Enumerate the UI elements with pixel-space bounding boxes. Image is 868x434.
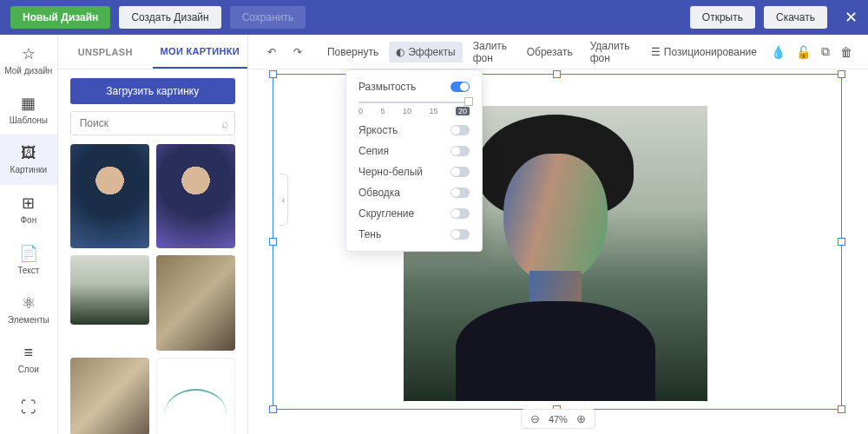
nav-images[interactable]: 🖼Картинки <box>0 135 57 185</box>
save-button: Сохранить <box>230 6 306 29</box>
image-thumb[interactable] <box>70 255 149 325</box>
resize-handle-bl[interactable] <box>269 405 277 413</box>
effect-blur-label: Размытость <box>358 81 416 93</box>
panel-collapse-handle[interactable]: ‹ <box>279 174 288 226</box>
zoom-out-icon[interactable]: ⊖ <box>530 412 540 425</box>
blur-slider[interactable] <box>358 102 470 103</box>
effect-blur-toggle[interactable] <box>450 82 470 92</box>
effect-bw-toggle[interactable] <box>450 167 470 177</box>
nav-text[interactable]: 📄Текст <box>0 234 57 285</box>
positioning-label: Позиционирование <box>664 46 757 58</box>
rotate-button[interactable]: Повернуть <box>320 42 385 62</box>
elements-icon: ⚛ <box>22 293 36 312</box>
search-icon[interactable]: ⌕ <box>221 116 228 130</box>
tab-my-images[interactable]: МОИ КАРТИНКИ <box>153 35 247 69</box>
image-content <box>456 301 655 401</box>
copy-icon[interactable]: ⧉ <box>818 41 833 62</box>
image-thumb[interactable] <box>70 144 149 248</box>
image-thumb[interactable] <box>70 358 149 434</box>
image-content <box>503 154 608 284</box>
effect-brightness-label: Яркость <box>358 124 398 136</box>
resize-handle-tr[interactable] <box>838 70 845 78</box>
nav-my-design[interactable]: ☆Мой дизайн <box>0 35 57 85</box>
resize-handle-br[interactable] <box>838 405 845 413</box>
nav-fullscreen[interactable]: ⛶ <box>0 385 57 435</box>
effect-bw-label: Черно-белый <box>358 166 423 178</box>
effect-sepia-toggle[interactable] <box>450 146 470 156</box>
nav-label: Элементы <box>8 315 49 325</box>
close-icon[interactable]: ✕ <box>845 8 858 27</box>
delete-icon[interactable]: 🗑 <box>837 42 856 62</box>
image-thumb[interactable] <box>156 144 235 248</box>
undo-button[interactable]: ↶ <box>260 42 283 62</box>
create-design-button[interactable]: Создать Дизайн <box>119 6 220 29</box>
tab-unsplash[interactable]: UNSPLASH <box>58 35 153 69</box>
image-icon: 🖼 <box>21 144 36 162</box>
grid-icon: ⊞ <box>22 194 35 213</box>
nav-label: Слои <box>18 365 39 374</box>
positioning-button[interactable]: ☰ Позиционирование <box>644 42 764 62</box>
top-bar: Новый Дизайн Создать Дизайн Сохранить От… <box>0 0 868 35</box>
effects-panel: Размытость 0 5 10 15 20 Яркость Сепия Че… <box>345 69 483 252</box>
effect-stroke-toggle[interactable] <box>450 187 470 198</box>
upload-image-button[interactable]: Загрузить картинку <box>70 78 235 104</box>
image-grid <box>58 144 247 434</box>
layers-icon: ≡ <box>24 344 34 362</box>
nav-layers[interactable]: ≡Слои <box>0 334 57 385</box>
effect-rounding-toggle[interactable] <box>450 208 470 219</box>
nav-label: Фон <box>20 215 36 225</box>
zoom-value: 47% <box>549 414 568 424</box>
zoom-in-icon[interactable]: ⊕ <box>576 412 586 425</box>
nav-label: Текст <box>17 266 39 275</box>
flood-bg-button[interactable]: Залить фон <box>466 36 516 69</box>
search-input[interactable] <box>70 111 235 135</box>
nav-background[interactable]: ⊞Фон <box>0 185 57 235</box>
open-button[interactable]: Открыть <box>690 6 755 29</box>
nav-elements[interactable]: ⚛Элементы <box>0 285 57 335</box>
resize-handle-tm[interactable] <box>553 70 561 78</box>
canvas-viewport[interactable]: ⊖ 47% ⊕ <box>248 69 868 434</box>
effect-sepia-label: Сепия <box>358 145 389 157</box>
tick: 5 <box>380 107 385 115</box>
image-tabs: UNSPLASH МОИ КАРТИНКИ <box>58 35 247 69</box>
text-icon: 📄 <box>19 244 38 263</box>
fullscreen-icon: ⛶ <box>21 398 36 417</box>
tick: 15 <box>429 107 437 115</box>
star-icon: ☆ <box>22 44 36 63</box>
lock-icon[interactable]: 🔓 <box>792 42 814 62</box>
download-button[interactable]: Скачать <box>764 6 827 29</box>
slider-ticks: 0 5 10 15 20 <box>358 107 470 115</box>
resize-handle-mr[interactable] <box>838 238 845 246</box>
redo-button[interactable]: ↷ <box>286 42 309 62</box>
tick: 10 <box>403 107 411 115</box>
effect-shadow-label: Тень <box>358 228 381 240</box>
canvas-area: ↶ ↷ Повернуть ◐Эффекты Залить фон Обреза… <box>248 35 868 434</box>
image-thumb[interactable] <box>156 358 235 434</box>
drop-icon[interactable]: 💧 <box>767 42 789 62</box>
effect-shadow-toggle[interactable] <box>450 229 470 240</box>
nav-label: Картинки <box>10 165 47 174</box>
positioning-icon: ☰ <box>651 46 661 58</box>
tick-active: 20 <box>456 107 470 115</box>
zoom-control: ⊖ 47% ⊕ <box>521 409 595 429</box>
remove-bg-button[interactable]: Удалить фон <box>583 36 637 69</box>
tick: 0 <box>358 107 363 115</box>
side-panel: UNSPLASH МОИ КАРТИНКИ Загрузить картинку… <box>58 35 248 434</box>
image-thumb[interactable] <box>156 255 235 351</box>
nav-label: Мой дизайн <box>4 66 52 76</box>
canvas-toolbar: ↶ ↷ Повернуть ◐Эффекты Залить фон Обреза… <box>248 35 868 69</box>
effect-rounding-label: Скругление <box>358 207 414 220</box>
left-nav: ☆Мой дизайн ▦Шаблоны 🖼Картинки ⊞Фон 📄Тек… <box>0 35 58 434</box>
new-design-button[interactable]: Новый Дизайн <box>10 6 110 29</box>
effect-stroke-label: Обводка <box>358 187 400 199</box>
nav-label: Шаблоны <box>10 115 48 125</box>
effects-icon: ◐ <box>396 46 404 58</box>
resize-handle-ml[interactable] <box>269 238 277 246</box>
nav-templates[interactable]: ▦Шаблоны <box>0 85 57 135</box>
effects-button[interactable]: ◐Эффекты <box>389 42 463 62</box>
slider-thumb[interactable] <box>464 97 473 106</box>
crop-button[interactable]: Обрезать <box>520 42 580 62</box>
resize-handle-tl[interactable] <box>269 70 277 78</box>
effects-label: Эффекты <box>408 46 456 58</box>
effect-brightness-toggle[interactable] <box>450 125 470 135</box>
